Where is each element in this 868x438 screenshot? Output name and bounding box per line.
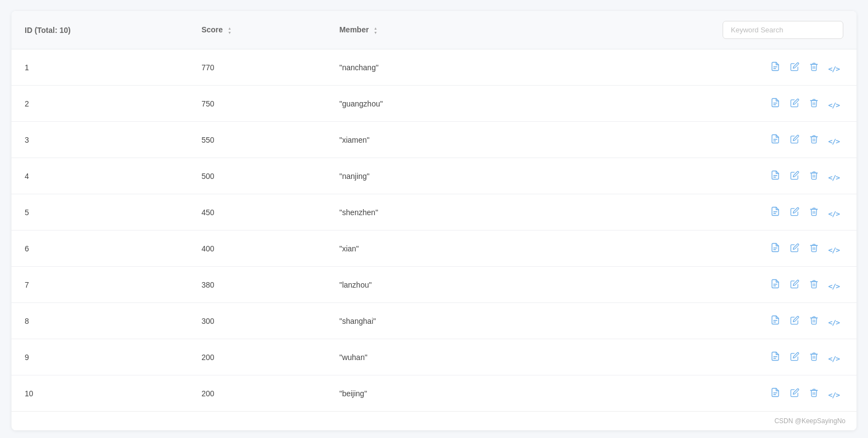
col-header-actions [497, 11, 856, 49]
cell-score: 450 [188, 194, 326, 231]
table-row: 5 450 "shenzhen" [12, 194, 856, 231]
cell-id: 4 [12, 158, 188, 194]
cell-id: 2 [12, 86, 188, 122]
cell-score: 770 [188, 49, 326, 86]
table-header-row: ID (Total: 10) Score Member [12, 11, 856, 49]
delete-button[interactable] [805, 241, 822, 255]
cell-member: "lanzhou" [326, 267, 497, 303]
delete-button[interactable] [805, 132, 822, 146]
cell-actions: </> [497, 49, 856, 86]
doc-button[interactable] [766, 168, 784, 182]
cell-member: "wuhan" [326, 339, 497, 375]
table-row: 7 380 "lanzhou" [12, 267, 856, 303]
cell-member: "guangzhou" [326, 86, 497, 122]
cell-actions: </> [497, 375, 856, 412]
score-sort-icon[interactable] [228, 26, 232, 35]
table-row: 10 200 "beijing" [12, 375, 856, 412]
cell-member: "beijing" [326, 375, 497, 412]
code-button[interactable]: </> [825, 244, 843, 256]
delete-button[interactable] [805, 386, 822, 400]
cell-score: 200 [188, 375, 326, 412]
delete-button[interactable] [805, 205, 822, 218]
cell-score: 380 [188, 267, 326, 303]
cell-actions: </> [497, 158, 856, 194]
cell-member: "shanghai" [326, 303, 497, 339]
cell-member: "nanjing" [326, 158, 497, 194]
cell-actions: </> [497, 303, 856, 339]
cell-actions: </> [497, 231, 856, 267]
table-row: 3 550 "xiamen" [12, 122, 856, 158]
doc-button[interactable] [766, 385, 784, 400]
delete-button[interactable] [805, 313, 822, 327]
table-row: 2 750 "guangzhou" [12, 86, 856, 122]
code-button[interactable]: </> [825, 389, 843, 401]
cell-score: 300 [188, 303, 326, 339]
edit-button[interactable] [786, 96, 803, 110]
col-header-member: Member [326, 11, 497, 49]
delete-button[interactable] [805, 60, 822, 74]
data-table: ID (Total: 10) Score Member 1 770 "nanch… [12, 11, 856, 411]
cell-score: 400 [188, 231, 326, 267]
cell-score: 200 [188, 339, 326, 375]
table-row: 4 500 "nanjing" [12, 158, 856, 194]
cell-member: "shenzhen" [326, 194, 497, 231]
edit-button[interactable] [786, 169, 803, 182]
edit-button[interactable] [786, 241, 803, 255]
cell-id: 9 [12, 339, 188, 375]
doc-button[interactable] [766, 277, 784, 291]
cell-id: 10 [12, 375, 188, 412]
col-header-score: Score [188, 11, 326, 49]
doc-button[interactable] [766, 204, 784, 218]
cell-actions: </> [497, 86, 856, 122]
cell-id: 6 [12, 231, 188, 267]
delete-button[interactable] [805, 169, 822, 182]
code-button[interactable]: </> [825, 316, 843, 329]
edit-button[interactable] [786, 205, 803, 218]
code-button[interactable]: </> [825, 207, 843, 220]
edit-button[interactable] [786, 60, 803, 74]
cell-actions: </> [497, 122, 856, 158]
table-row: 9 200 "wuhan" [12, 339, 856, 375]
cell-id: 8 [12, 303, 188, 339]
cell-actions: </> [497, 267, 856, 303]
delete-button[interactable] [805, 277, 822, 291]
code-button[interactable]: </> [825, 171, 843, 184]
edit-button[interactable] [786, 350, 803, 363]
code-button[interactable]: </> [825, 63, 843, 75]
table-row: 6 400 "xian" [12, 231, 856, 267]
doc-button[interactable] [766, 313, 784, 327]
col-header-id: ID (Total: 10) [12, 11, 188, 49]
doc-button[interactable] [766, 132, 784, 146]
keyword-search-input[interactable] [723, 21, 843, 39]
cell-member: "xiamen" [326, 122, 497, 158]
main-table-container: ID (Total: 10) Score Member 1 770 "nanch… [12, 11, 856, 430]
cell-score: 550 [188, 122, 326, 158]
doc-button[interactable] [766, 240, 784, 255]
table-body: 1 770 "nanchang" [12, 49, 856, 412]
table-row: 8 300 "shanghai" [12, 303, 856, 339]
cell-member: "xian" [326, 231, 497, 267]
cell-score: 750 [188, 86, 326, 122]
code-button[interactable]: </> [825, 352, 843, 365]
code-button[interactable]: </> [825, 135, 843, 148]
delete-button[interactable] [805, 350, 822, 363]
edit-button[interactable] [786, 386, 803, 400]
cell-id: 1 [12, 49, 188, 86]
member-sort-icon[interactable] [374, 26, 377, 35]
cell-id: 7 [12, 267, 188, 303]
cell-id: 3 [12, 122, 188, 158]
code-button[interactable]: </> [825, 280, 843, 293]
doc-button[interactable] [766, 59, 784, 74]
watermark: CSDN @KeepSayingNo [12, 411, 856, 430]
delete-button[interactable] [805, 96, 822, 110]
edit-button[interactable] [786, 132, 803, 146]
table-row: 1 770 "nanchang" [12, 49, 856, 86]
cell-actions: </> [497, 339, 856, 375]
edit-button[interactable] [786, 313, 803, 327]
cell-score: 500 [188, 158, 326, 194]
doc-button[interactable] [766, 96, 784, 110]
edit-button[interactable] [786, 277, 803, 291]
doc-button[interactable] [766, 349, 784, 363]
code-button[interactable]: </> [825, 99, 843, 111]
cell-member: "nanchang" [326, 49, 497, 86]
